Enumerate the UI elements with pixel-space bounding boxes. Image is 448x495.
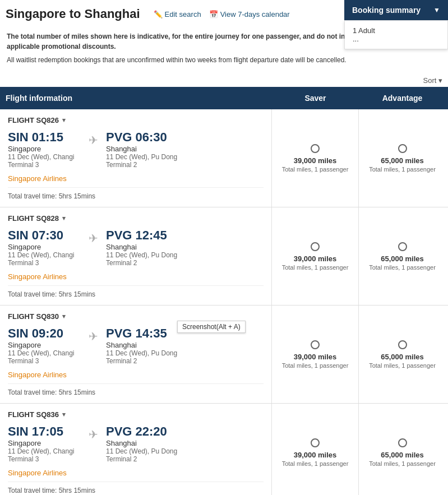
sort-bar: Sort ▾ (0, 74, 448, 87)
flight-sq836-arr-terminal: Terminal 2 (106, 455, 179, 463)
flight-sq830-expand-icon[interactable]: ▾ (62, 313, 66, 320)
flight-sq830-saver-cell[interactable]: 39,000 miles Total miles, 1 passenger (272, 306, 359, 403)
flight-sq826-number: FLIGHT SQ826 (8, 116, 59, 124)
sort-chevron-icon: ▾ (438, 76, 442, 85)
flight-sq826-adv-radio[interactable] (398, 144, 407, 153)
flight-sq830-airline[interactable]: Singapore Airlines (8, 371, 264, 379)
flight-sq826: FLIGHT SQ826 ▾ SIN 01:15 Singapore 11 De… (0, 109, 448, 207)
flight-sq830-adv-radio[interactable] (398, 340, 407, 349)
booking-summary-chevron: ▼ (433, 6, 440, 14)
flight-sq830-dep-time: SIN 09:20 (8, 326, 81, 341)
flight-sq826-arr-city: Shanghai (106, 145, 179, 153)
flight-sq836-saver-miles: 39,000 miles (294, 451, 337, 459)
flight-sq826-adv-miles: 65,000 miles (381, 156, 424, 165)
flight-sq826-expand-icon[interactable]: ▾ (62, 117, 66, 124)
flight-sq828-advantage-cell[interactable]: 65,000 miles Total miles, 1 passenger (359, 207, 446, 305)
notice-2: All waitlist redemption bookings that ar… (7, 55, 441, 65)
flight-sq828-header: FLIGHT SQ828 ▾ (8, 214, 264, 223)
flight-sq828-dep-terminal: Terminal 3 (8, 259, 81, 267)
flight-sq826-info: FLIGHT SQ826 ▾ SIN 01:15 Singapore 11 De… (0, 109, 272, 207)
flight-sq836-airline[interactable]: Singapore Airlines (8, 469, 264, 477)
flight-sq828-saver-miles: 39,000 miles (294, 255, 337, 263)
flight-sq828-airline[interactable]: Singapore Airlines (8, 272, 264, 281)
flight-sq828-adv-radio[interactable] (398, 242, 407, 251)
flight-sq828-expand-icon[interactable]: ▾ (62, 215, 66, 222)
flight-sq836-dep-terminal: Terminal 3 (8, 455, 81, 463)
flight-sq828-plane-icon: ✈ (89, 228, 98, 245)
flight-sq836-adv-miles: 65,000 miles (381, 451, 424, 459)
flight-sq836-info: FLIGHT SQ836 ▾ SIN 17:05 Singapore 11 De… (0, 404, 272, 495)
flight-sq826-airline[interactable]: Singapore Airlines (8, 174, 264, 183)
flight-sq826-advantage-cell[interactable]: 65,000 miles Total miles, 1 passenger (359, 109, 446, 207)
booking-summary-bar[interactable]: Booking summary ▼ (344, 0, 448, 20)
flight-sq828-arr-time: PVG 12:45 (106, 228, 179, 243)
flight-sq828-travel-time: Total travel time: 5hrs 15mins (8, 285, 264, 298)
flight-sq836-arr-city: Shanghai (106, 439, 179, 447)
flight-sq836-advantage-cell[interactable]: 65,000 miles Total miles, 1 passenger (359, 404, 446, 495)
flight-sq830-arr-terminal: Terminal 2 (106, 357, 179, 365)
flight-sq826-saver-radio[interactable] (311, 144, 320, 153)
flight-sq828-adv-miles: 65,000 miles (381, 255, 424, 263)
flight-sq830-header: FLIGHT SQ830 ▾ (8, 312, 264, 321)
flight-sq828-arrival: PVG 12:45 Shanghai 11 Dec (Wed), Pu Dong… (106, 228, 179, 267)
flight-sq826-arr-date: 11 Dec (Wed), Pu Dong (106, 153, 179, 161)
flight-sq836-dep-city: Singapore (8, 439, 81, 447)
flight-sq836-arr-date: 11 Dec (Wed), Pu Dong (106, 447, 179, 455)
flight-sq826-saver-cell[interactable]: 39,000 miles Total miles, 1 passenger (272, 109, 359, 207)
flight-sq828-saver-radio[interactable] (311, 242, 320, 251)
flight-sq828-dep-date: 11 Dec (Wed), Changi (8, 251, 81, 259)
flight-sq826-saver-label: Total miles, 1 passenger (282, 166, 349, 173)
flight-sq830-dep-terminal: Terminal 3 (8, 357, 81, 365)
flight-sq836-departure: SIN 17:05 Singapore 11 Dec (Wed), Changi… (8, 424, 81, 463)
flight-sq826-travel-time: Total travel time: 5hrs 15mins (8, 187, 264, 200)
flight-sq828-departure: SIN 07:30 Singapore 11 Dec (Wed), Changi… (8, 228, 81, 267)
header-links: ✏️ Edit search 📅 View 7-days calendar (154, 10, 290, 18)
col-flight-info: Flight information (0, 87, 272, 109)
flight-sq836-saver-radio[interactable] (311, 438, 320, 447)
table-header: Flight information Saver Advantage (0, 87, 448, 109)
flight-sq836-saver-cell[interactable]: 39,000 miles Total miles, 1 passenger (272, 404, 359, 495)
flight-sq830-route: SIN 09:20 Singapore 11 Dec (Wed), Changi… (8, 326, 264, 365)
flight-sq830-arrival: PVG 14:35 Shanghai 11 Dec (Wed), Pu Dong… (106, 326, 179, 365)
booking-extra: ... (353, 35, 440, 43)
flight-sq836: FLIGHT SQ836 ▾ SIN 17:05 Singapore 11 De… (0, 404, 448, 495)
flight-sq826-dep-time: SIN 01:15 (8, 130, 81, 145)
col-saver: Saver (272, 87, 359, 109)
flight-sq836-plane-icon: ✈ (89, 424, 98, 441)
flight-sq830-saver-label: Total miles, 1 passenger (282, 362, 349, 369)
flight-sq836-arr-time: PVG 22:20 (106, 424, 179, 439)
sort-label[interactable]: Sort ▾ (423, 76, 442, 85)
flight-sq830-dep-date: 11 Dec (Wed), Changi (8, 349, 81, 357)
booking-summary-title: Booking summary (352, 6, 421, 15)
flight-sq836-dep-date: 11 Dec (Wed), Changi (8, 447, 81, 455)
edit-search-link[interactable]: ✏️ Edit search (154, 10, 201, 18)
flight-sq836-dep-time: SIN 17:05 (8, 424, 81, 439)
flight-sq836-expand-icon[interactable]: ▾ (62, 411, 66, 418)
flight-sq836-travel-time: Total travel time: 5hrs 15mins (8, 482, 264, 494)
flight-sq826-saver-miles: 39,000 miles (294, 156, 337, 165)
flight-sq828-route: SIN 07:30 Singapore 11 Dec (Wed), Changi… (8, 228, 264, 267)
flight-sq836-adv-radio[interactable] (398, 438, 407, 447)
flight-sq828-dep-city: Singapore (8, 243, 81, 251)
flight-sq826-plane-icon: ✈ (89, 130, 98, 147)
flight-sq828-arr-date: 11 Dec (Wed), Pu Dong (106, 251, 179, 259)
flight-sq836-header: FLIGHT SQ836 ▾ (8, 410, 264, 419)
flight-sq830: FLIGHT SQ830 ▾ SIN 09:20 Singapore 11 De… (0, 306, 448, 404)
flight-sq826-adv-label: Total miles, 1 passenger (369, 166, 436, 173)
flight-sq826-dep-terminal: Terminal 3 (8, 161, 81, 169)
flights-container: FLIGHT SQ826 ▾ SIN 01:15 Singapore 11 De… (0, 109, 448, 495)
flight-sq830-adv-label: Total miles, 1 passenger (369, 362, 436, 369)
booking-summary-detail: 1 Adult ... (344, 20, 448, 49)
view-calendar-link[interactable]: 📅 View 7-days calendar (209, 10, 290, 18)
flight-sq826-departure: SIN 01:15 Singapore 11 Dec (Wed), Changi… (8, 130, 81, 169)
col-advantage: Advantage (359, 87, 446, 109)
edit-icon: ✏️ (154, 10, 163, 18)
flight-sq828-adv-label: Total miles, 1 passenger (369, 264, 436, 271)
flight-sq828-saver-cell[interactable]: 39,000 miles Total miles, 1 passenger (272, 207, 359, 305)
flight-sq836-route: SIN 17:05 Singapore 11 Dec (Wed), Changi… (8, 424, 264, 463)
flight-sq826-arrival: PVG 06:30 Shanghai 11 Dec (Wed), Pu Dong… (106, 130, 179, 169)
flight-sq830-saver-radio[interactable] (311, 340, 320, 349)
flight-sq826-arr-terminal: Terminal 2 (106, 161, 179, 169)
flight-sq828-saver-label: Total miles, 1 passenger (282, 264, 349, 271)
flight-sq830-advantage-cell[interactable]: 65,000 miles Total miles, 1 passenger (359, 306, 446, 403)
